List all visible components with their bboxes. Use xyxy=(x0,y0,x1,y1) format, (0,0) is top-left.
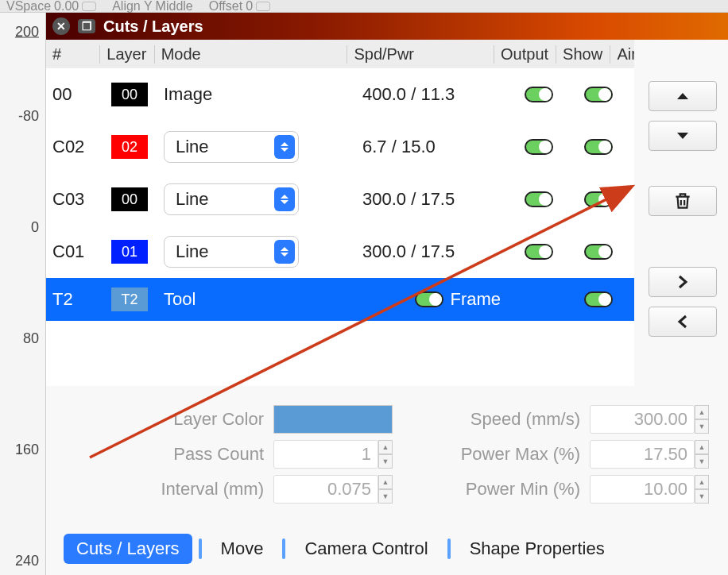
layer-properties: Layer Color Speed (mm/s) 300.00 ▲▼ Pass … xyxy=(94,405,712,504)
layer-badge: T2 xyxy=(111,288,148,311)
side-buttons xyxy=(649,81,717,337)
show-toggle[interactable] xyxy=(584,139,613,155)
cell-mode: Line xyxy=(157,131,356,163)
tab-camera-control[interactable]: Camera Control xyxy=(292,534,440,564)
cell-output xyxy=(507,87,571,102)
panel-title: Cuts / Layers xyxy=(103,17,203,36)
move-up-button[interactable] xyxy=(649,81,717,111)
output-toggle[interactable] xyxy=(525,139,553,155)
cell-mode: Image xyxy=(157,84,356,105)
panel-titlebar: ✕ ❐ Cuts / Layers xyxy=(46,13,728,40)
output-toggle[interactable] xyxy=(415,291,443,307)
cell-layer: 00 xyxy=(102,187,157,211)
power-min-label: Power Min (%) xyxy=(426,479,585,500)
cell-layer: 02 xyxy=(102,135,157,159)
mode-select-value: Line xyxy=(176,189,209,210)
prev-button[interactable] xyxy=(649,307,717,337)
layer-badge: 00 xyxy=(111,83,148,106)
table-row[interactable]: C0101Line300.0 / 17.5 xyxy=(46,226,634,278)
cell-layer: 00 xyxy=(102,83,157,106)
close-icon[interactable]: ✕ xyxy=(52,17,70,35)
mode-select[interactable]: Line xyxy=(164,183,299,215)
show-toggle[interactable] xyxy=(584,291,613,307)
interval-spinner[interactable]: ▲▼ xyxy=(378,475,393,504)
col-header-mode[interactable]: Mode xyxy=(155,45,348,64)
chevron-updown-icon xyxy=(274,187,295,211)
interval-label: Interval (mm) xyxy=(94,479,269,500)
cell-mode: Line xyxy=(157,236,356,268)
cell-spdpwr: 6.7 / 15.0 xyxy=(356,137,507,157)
detach-icon[interactable]: ❐ xyxy=(78,19,95,33)
ruler-vertical: 200 -80 0 80 160 240 xyxy=(0,13,46,575)
cell-show xyxy=(571,139,626,155)
output-toggle[interactable] xyxy=(525,191,553,207)
speed-label: Speed (mm/s) xyxy=(426,409,585,430)
mode-select[interactable]: Line xyxy=(164,131,299,163)
mode-select[interactable]: Line xyxy=(164,236,299,268)
col-header-air[interactable]: Air xyxy=(610,45,634,64)
cell-output xyxy=(507,139,571,155)
cell-spdpwr: 300.0 / 17.5 xyxy=(356,189,507,210)
layer-badge: 01 xyxy=(111,240,148,264)
cell-id: T2 xyxy=(46,289,102,310)
power-min-spinner[interactable]: ▲▼ xyxy=(695,475,709,504)
cell-spdpwr: 400.0 / 11.3 xyxy=(356,84,507,105)
table-row[interactable]: 0000Image400.0 / 11.3 xyxy=(46,68,634,121)
col-header-layer[interactable]: Layer xyxy=(100,45,154,64)
power-max-label: Power Max (%) xyxy=(426,444,585,465)
power-max-field[interactable]: 17.50 xyxy=(590,440,695,469)
cell-output xyxy=(507,244,571,260)
chevron-updown-icon xyxy=(274,135,295,159)
tab-shape-properties[interactable]: Shape Properties xyxy=(457,534,618,564)
show-toggle[interactable] xyxy=(584,87,613,102)
layer-badge: 02 xyxy=(111,135,148,159)
cell-show xyxy=(571,291,626,307)
chevron-updown-icon xyxy=(274,240,295,264)
cell-show xyxy=(571,244,626,260)
table-row[interactable]: C0202Line6.7 / 15.0 xyxy=(46,121,634,173)
mode-select-value: Line xyxy=(176,241,209,262)
layer-color-swatch[interactable] xyxy=(273,405,393,434)
col-header-spd[interactable]: Spd/Pwr xyxy=(347,45,494,64)
output-toggle[interactable] xyxy=(525,244,553,260)
tab-cuts-layers[interactable]: Cuts / Layers xyxy=(64,534,192,564)
cell-id: C01 xyxy=(46,241,102,262)
cell-spdpwr: 300.0 / 17.5 xyxy=(356,241,507,262)
pass-count-label: Pass Count xyxy=(94,444,269,465)
cell-show xyxy=(571,191,626,207)
cell-layer: 01 xyxy=(102,240,157,264)
interval-field[interactable]: 0.075 xyxy=(273,475,378,504)
pass-count-spinner[interactable]: ▲▼ xyxy=(378,440,393,469)
panel-tabs: Cuts / Layers Move Camera Control Shape … xyxy=(64,534,720,564)
layers-table: # Layer Mode Spd/Pwr Output Show Air 000… xyxy=(46,40,634,386)
cell-id: C02 xyxy=(46,137,102,157)
col-header-show[interactable]: Show xyxy=(556,45,610,64)
col-header-output[interactable]: Output xyxy=(494,45,556,64)
cell-spdpwr: Frame xyxy=(356,289,507,310)
speed-field[interactable]: 300.00 xyxy=(590,405,695,434)
pass-count-field[interactable]: 1 xyxy=(273,440,378,469)
layer-color-label: Layer Color xyxy=(94,409,269,430)
move-down-button[interactable] xyxy=(649,121,717,151)
speed-spinner[interactable]: ▲▼ xyxy=(695,405,709,434)
power-max-spinner[interactable]: ▲▼ xyxy=(695,440,709,469)
layer-badge: 00 xyxy=(111,187,148,211)
show-toggle[interactable] xyxy=(584,244,613,260)
next-button[interactable] xyxy=(649,267,717,297)
col-header-num[interactable]: # xyxy=(46,45,100,64)
show-toggle[interactable] xyxy=(584,191,613,207)
output-toggle[interactable] xyxy=(525,87,553,102)
cell-id: C03 xyxy=(46,189,102,210)
cell-mode: Line xyxy=(157,183,356,215)
mode-select-value: Line xyxy=(176,137,209,157)
table-header: # Layer Mode Spd/Pwr Output Show Air xyxy=(46,40,634,68)
power-min-field[interactable]: 10.00 xyxy=(590,475,695,504)
delete-button[interactable] xyxy=(649,186,717,216)
cell-id: 00 xyxy=(46,84,102,105)
table-row[interactable]: T2T2ToolFrame xyxy=(46,278,634,321)
cell-show xyxy=(571,87,626,102)
table-row[interactable]: C0300Line300.0 / 17.5 xyxy=(46,173,634,226)
cell-output xyxy=(507,191,571,207)
tab-move[interactable]: Move xyxy=(208,534,277,564)
cell-layer: T2 xyxy=(102,288,157,311)
